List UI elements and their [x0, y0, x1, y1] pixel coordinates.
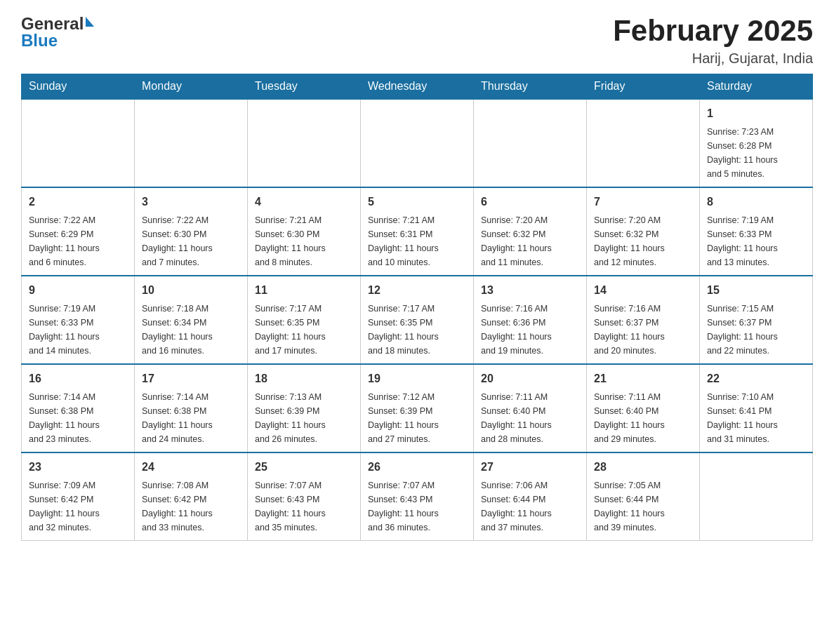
calendar-day-cell: 12Sunrise: 7:17 AMSunset: 6:35 PMDayligh…	[361, 276, 474, 364]
day-number: 28	[594, 459, 692, 476]
logo-blue-text: Blue	[21, 31, 58, 51]
day-info: Sunrise: 7:20 AMSunset: 6:32 PMDaylight:…	[481, 213, 579, 269]
day-number: 1	[707, 105, 805, 122]
calendar-week-row: 1Sunrise: 7:23 AMSunset: 6:28 PMDaylight…	[22, 99, 813, 187]
day-number: 14	[594, 282, 692, 299]
day-info: Sunrise: 7:17 AMSunset: 6:35 PMDaylight:…	[368, 302, 466, 358]
day-info: Sunrise: 7:16 AMSunset: 6:37 PMDaylight:…	[594, 302, 692, 358]
calendar-day-cell: 27Sunrise: 7:06 AMSunset: 6:44 PMDayligh…	[474, 452, 587, 541]
logo: General Blue	[21, 14, 94, 51]
day-of-week-header: Wednesday	[361, 74, 474, 100]
day-number: 11	[255, 282, 353, 299]
day-number: 18	[255, 370, 353, 387]
calendar-day-cell: 26Sunrise: 7:07 AMSunset: 6:43 PMDayligh…	[361, 452, 474, 541]
calendar-day-cell: 25Sunrise: 7:07 AMSunset: 6:43 PMDayligh…	[248, 452, 361, 541]
day-info: Sunrise: 7:14 AMSunset: 6:38 PMDaylight:…	[142, 390, 240, 446]
day-info: Sunrise: 7:13 AMSunset: 6:39 PMDaylight:…	[255, 390, 353, 446]
page-header: General Blue February 2025 Harij, Gujara…	[21, 14, 813, 67]
day-number: 21	[594, 370, 692, 387]
calendar-week-row: 9Sunrise: 7:19 AMSunset: 6:33 PMDaylight…	[22, 276, 813, 364]
day-number: 12	[368, 282, 466, 299]
calendar-day-cell: 6Sunrise: 7:20 AMSunset: 6:32 PMDaylight…	[474, 187, 587, 276]
calendar-day-cell	[361, 99, 474, 187]
calendar-week-row: 16Sunrise: 7:14 AMSunset: 6:38 PMDayligh…	[22, 364, 813, 452]
calendar-table: SundayMondayTuesdayWednesdayThursdayFrid…	[21, 74, 813, 541]
calendar-day-cell: 24Sunrise: 7:08 AMSunset: 6:42 PMDayligh…	[135, 452, 248, 541]
day-number: 9	[29, 282, 127, 299]
day-of-week-header: Tuesday	[248, 74, 361, 100]
day-of-week-header: Saturday	[700, 74, 813, 100]
day-info: Sunrise: 7:05 AMSunset: 6:44 PMDaylight:…	[594, 478, 692, 535]
calendar-day-cell: 4Sunrise: 7:21 AMSunset: 6:30 PMDaylight…	[248, 187, 361, 276]
calendar-week-row: 2Sunrise: 7:22 AMSunset: 6:29 PMDaylight…	[22, 187, 813, 276]
day-number: 6	[481, 194, 579, 210]
day-info: Sunrise: 7:07 AMSunset: 6:43 PMDaylight:…	[368, 478, 466, 535]
day-info: Sunrise: 7:15 AMSunset: 6:37 PMDaylight:…	[707, 302, 805, 358]
calendar-day-cell: 11Sunrise: 7:17 AMSunset: 6:35 PMDayligh…	[248, 276, 361, 364]
title-block: February 2025 Harij, Gujarat, India	[613, 14, 813, 67]
day-info: Sunrise: 7:07 AMSunset: 6:43 PMDaylight:…	[255, 478, 353, 535]
calendar-day-cell	[474, 99, 587, 187]
day-number: 19	[368, 370, 466, 387]
calendar-day-cell: 1Sunrise: 7:23 AMSunset: 6:28 PMDaylight…	[700, 99, 813, 187]
day-number: 3	[142, 194, 240, 210]
calendar-day-cell: 23Sunrise: 7:09 AMSunset: 6:42 PMDayligh…	[22, 452, 135, 541]
calendar-day-cell: 3Sunrise: 7:22 AMSunset: 6:30 PMDaylight…	[135, 187, 248, 276]
day-number: 23	[29, 459, 127, 476]
day-number: 25	[255, 459, 353, 476]
day-number: 8	[707, 194, 805, 210]
calendar-day-cell: 9Sunrise: 7:19 AMSunset: 6:33 PMDaylight…	[22, 276, 135, 364]
day-info: Sunrise: 7:22 AMSunset: 6:30 PMDaylight:…	[142, 213, 240, 269]
calendar-day-cell	[248, 99, 361, 187]
location-label: Harij, Gujarat, India	[613, 51, 813, 67]
day-info: Sunrise: 7:11 AMSunset: 6:40 PMDaylight:…	[481, 390, 579, 446]
day-info: Sunrise: 7:08 AMSunset: 6:42 PMDaylight:…	[142, 478, 240, 535]
calendar-day-cell: 5Sunrise: 7:21 AMSunset: 6:31 PMDaylight…	[361, 187, 474, 276]
calendar-day-cell: 14Sunrise: 7:16 AMSunset: 6:37 PMDayligh…	[587, 276, 700, 364]
calendar-day-cell: 16Sunrise: 7:14 AMSunset: 6:38 PMDayligh…	[22, 364, 135, 452]
calendar-day-cell: 20Sunrise: 7:11 AMSunset: 6:40 PMDayligh…	[474, 364, 587, 452]
day-number: 5	[368, 194, 466, 210]
day-info: Sunrise: 7:09 AMSunset: 6:42 PMDaylight:…	[29, 478, 127, 535]
day-number: 17	[142, 370, 240, 387]
day-number: 24	[142, 459, 240, 476]
day-info: Sunrise: 7:18 AMSunset: 6:34 PMDaylight:…	[142, 302, 240, 358]
month-title: February 2025	[613, 14, 813, 48]
day-number: 10	[142, 282, 240, 299]
calendar-day-cell: 2Sunrise: 7:22 AMSunset: 6:29 PMDaylight…	[22, 187, 135, 276]
calendar-day-cell: 19Sunrise: 7:12 AMSunset: 6:39 PMDayligh…	[361, 364, 474, 452]
calendar-day-cell: 22Sunrise: 7:10 AMSunset: 6:41 PMDayligh…	[700, 364, 813, 452]
calendar-day-cell	[587, 99, 700, 187]
day-info: Sunrise: 7:22 AMSunset: 6:29 PMDaylight:…	[29, 213, 127, 269]
day-of-week-header: Friday	[587, 74, 700, 100]
day-info: Sunrise: 7:17 AMSunset: 6:35 PMDaylight:…	[255, 302, 353, 358]
day-info: Sunrise: 7:06 AMSunset: 6:44 PMDaylight:…	[481, 478, 579, 535]
day-info: Sunrise: 7:12 AMSunset: 6:39 PMDaylight:…	[368, 390, 466, 446]
day-info: Sunrise: 7:19 AMSunset: 6:33 PMDaylight:…	[707, 213, 805, 269]
calendar-day-cell: 7Sunrise: 7:20 AMSunset: 6:32 PMDaylight…	[587, 187, 700, 276]
day-number: 26	[368, 459, 466, 476]
calendar-day-cell: 8Sunrise: 7:19 AMSunset: 6:33 PMDaylight…	[700, 187, 813, 276]
day-info: Sunrise: 7:23 AMSunset: 6:28 PMDaylight:…	[707, 125, 805, 181]
calendar-day-cell	[22, 99, 135, 187]
day-info: Sunrise: 7:21 AMSunset: 6:31 PMDaylight:…	[368, 213, 466, 269]
day-number: 16	[29, 370, 127, 387]
day-info: Sunrise: 7:11 AMSunset: 6:40 PMDaylight:…	[594, 390, 692, 446]
day-info: Sunrise: 7:14 AMSunset: 6:38 PMDaylight:…	[29, 390, 127, 446]
calendar-day-cell	[700, 452, 813, 541]
day-of-week-header: Monday	[135, 74, 248, 100]
calendar-day-cell: 15Sunrise: 7:15 AMSunset: 6:37 PMDayligh…	[700, 276, 813, 364]
day-info: Sunrise: 7:16 AMSunset: 6:36 PMDaylight:…	[481, 302, 579, 358]
day-number: 20	[481, 370, 579, 387]
day-number: 22	[707, 370, 805, 387]
day-of-week-header: Thursday	[474, 74, 587, 100]
calendar-day-cell: 18Sunrise: 7:13 AMSunset: 6:39 PMDayligh…	[248, 364, 361, 452]
day-info: Sunrise: 7:20 AMSunset: 6:32 PMDaylight:…	[594, 213, 692, 269]
calendar-header-row: SundayMondayTuesdayWednesdayThursdayFrid…	[22, 74, 813, 100]
day-number: 13	[481, 282, 579, 299]
day-info: Sunrise: 7:19 AMSunset: 6:33 PMDaylight:…	[29, 302, 127, 358]
day-of-week-header: Sunday	[22, 74, 135, 100]
calendar-day-cell	[135, 99, 248, 187]
day-number: 4	[255, 194, 353, 210]
day-number: 2	[29, 194, 127, 210]
